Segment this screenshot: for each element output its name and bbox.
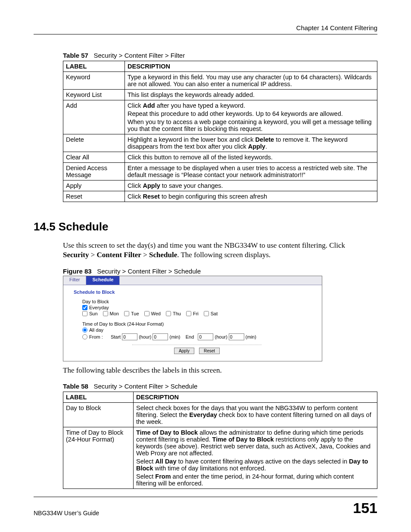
- desc-paragraph: When you try to access a web page contai…: [128, 118, 374, 132]
- everyday-label: Everyday: [89, 305, 109, 310]
- all-day-radio[interactable]: [82, 327, 87, 333]
- day-to-block-label: Day to Block: [82, 299, 311, 304]
- label-cell: Clear All: [63, 152, 125, 163]
- desc-paragraph: Time of Day to Block allows the administ…: [136, 429, 374, 457]
- day-label-fri: Fri: [193, 311, 199, 316]
- desc-paragraph: Type a keyword in this field. You may us…: [128, 74, 374, 87]
- start-min-unit: (min): [169, 334, 180, 339]
- day-label-thu: Thu: [173, 311, 181, 316]
- day-checkbox-tue[interactable]: [124, 311, 129, 316]
- label-cell: Delete: [63, 134, 125, 152]
- table-row: Keyword ListThis list displays the keywo…: [63, 90, 377, 100]
- everyday-checkbox[interactable]: [82, 305, 87, 310]
- tab-bar: Filter Schedule: [63, 276, 322, 285]
- desc-cell: Select check boxes for the days that you…: [134, 403, 377, 427]
- table58-caption: Table 58 Security > Content Filter > Sch…: [63, 383, 377, 390]
- page-number: 151: [353, 500, 377, 516]
- table-row: ResetClick Reset to begin configuring th…: [63, 191, 377, 202]
- figure83-caption: Figure 83 Security > Content Filter > Sc…: [63, 268, 377, 275]
- table-row: DeleteHighlight a keyword in the lower b…: [63, 134, 377, 152]
- header-rule: [34, 34, 377, 34]
- figure83-number: Figure 83: [63, 268, 92, 275]
- day-checkbox-mon[interactable]: [103, 311, 108, 316]
- desc-paragraph: Repeat this procedure to add other keywo…: [128, 110, 374, 117]
- desc-cell: This list displays the keywords already …: [125, 90, 377, 100]
- end-hour-input[interactable]: [198, 333, 213, 340]
- desc-paragraph: Click this button to remove all of the l…: [128, 154, 374, 161]
- start-min-input[interactable]: [153, 333, 168, 340]
- page-footer: NBG334W User’s Guide 151: [34, 497, 377, 516]
- section-heading: 14.5 Schedule: [34, 220, 377, 233]
- figure83-caption-text: Security > Content Filter > Schedule: [97, 268, 201, 275]
- desc-paragraph: Select All Day to have content filtering…: [136, 458, 374, 472]
- day-label-mon: Mon: [110, 311, 119, 316]
- day-checkbox-fri[interactable]: [186, 311, 191, 316]
- day-checkbox-wed[interactable]: [144, 311, 149, 316]
- label-cell: Time of Day to Block (24-Hour Format): [63, 427, 134, 489]
- label-cell: Keyword: [63, 72, 125, 90]
- desc-paragraph: Select From and enter the time period, i…: [136, 473, 374, 487]
- breadcrumb-schedule: Schedule: [149, 251, 177, 259]
- day-checkbox-sun[interactable]: [82, 311, 87, 316]
- table58-number: Table 58: [63, 383, 88, 390]
- day-label-sat: Sat: [211, 311, 218, 316]
- intro-post: . The following screen displays.: [177, 251, 271, 259]
- table-row: Time of Day to Block (24-Hour Format)Tim…: [63, 427, 377, 489]
- start-hour-input[interactable]: [122, 333, 137, 340]
- button-bar: Apply Reset: [132, 345, 262, 354]
- table57-caption: Table 57 Security > Content Filter > Fil…: [63, 52, 377, 59]
- table-row: Day to BlockSelect check boxes for the d…: [63, 403, 377, 427]
- day-checkbox-thu[interactable]: [166, 311, 171, 316]
- start-label: Start: [111, 334, 121, 339]
- table57-head-desc: DESCRIPTION: [125, 61, 377, 72]
- table-row: AddClick Add after you have typed a keyw…: [63, 100, 377, 134]
- table57-head-label: LABEL: [63, 61, 125, 72]
- from-radio[interactable]: [82, 334, 87, 339]
- end-min-input[interactable]: [229, 333, 244, 340]
- label-cell: Keyword List: [63, 90, 125, 100]
- table-row: Clear AllClick this button to remove all…: [63, 152, 377, 163]
- chapter-header: Chapter 14 Content Filtering: [34, 24, 377, 31]
- desc-paragraph: Highlight a keyword in the lower box and…: [128, 136, 374, 150]
- panel-title: Schedule to Block: [63, 285, 322, 298]
- desc-cell: Click Add after you have typed a keyword…: [125, 100, 377, 134]
- desc-paragraph: Click Apply to save your changes.: [128, 182, 374, 189]
- guide-title: NBG334W User’s Guide: [34, 510, 99, 516]
- section-intro: Use this screen to set the day(s) and ti…: [63, 241, 364, 260]
- tab-filter[interactable]: Filter: [63, 276, 86, 285]
- day-checkbox-sat[interactable]: [204, 311, 209, 316]
- desc-paragraph: This list displays the keywords already …: [128, 91, 374, 98]
- table57: LABEL DESCRIPTION KeywordType a keyword …: [63, 61, 377, 202]
- label-cell: Day to Block: [63, 403, 134, 427]
- desc-cell: Time of Day to Block allows the administ…: [134, 427, 377, 489]
- time-of-day-label: Time of Day to Block (24-Hour Format): [82, 321, 311, 327]
- table-row: ApplyClick Apply to save your changes.: [63, 180, 377, 191]
- label-cell: Apply: [63, 180, 125, 191]
- desc-paragraph: Click Reset to begin configuring this sc…: [128, 193, 374, 200]
- desc-paragraph: Select check boxes for the days that you…: [136, 404, 374, 425]
- table58-caption-text: Security > Content Filter > Schedule: [93, 383, 197, 390]
- after-figure-text: The following table describes the labels…: [63, 366, 364, 375]
- desc-cell: Click Apply to save your changes.: [125, 180, 377, 191]
- breadcrumb-contentfilter: Content Filter: [97, 251, 141, 259]
- table58-head-label: LABEL: [63, 392, 134, 403]
- all-day-label: All day: [89, 327, 103, 333]
- desc-paragraph: Enter a message to be displayed when a u…: [128, 165, 374, 178]
- day-label-sun: Sun: [89, 311, 98, 316]
- table58: LABEL DESCRIPTION Day to BlockSelect che…: [63, 392, 377, 489]
- table-row: Denied Access MessageEnter a message to …: [63, 163, 377, 180]
- label-cell: Reset: [63, 191, 125, 202]
- start-hour-unit: (hour): [139, 334, 151, 339]
- table57-caption-text: Security > Content Filter > Filter: [93, 52, 185, 59]
- from-label: From :: [89, 334, 103, 339]
- desc-paragraph: Click Add after you have typed a keyword…: [128, 102, 374, 109]
- day-label-wed: Wed: [151, 311, 161, 316]
- desc-cell: Click Reset to begin configuring this sc…: [125, 191, 377, 202]
- desc-cell: Enter a message to be displayed when a u…: [125, 163, 377, 180]
- table58-head-desc: DESCRIPTION: [134, 392, 377, 403]
- tab-schedule[interactable]: Schedule: [86, 276, 120, 285]
- reset-button[interactable]: Reset: [199, 348, 220, 354]
- footer-rule: [34, 497, 377, 497]
- desc-cell: Click this button to remove all of the l…: [125, 152, 377, 163]
- apply-button[interactable]: Apply: [174, 348, 194, 354]
